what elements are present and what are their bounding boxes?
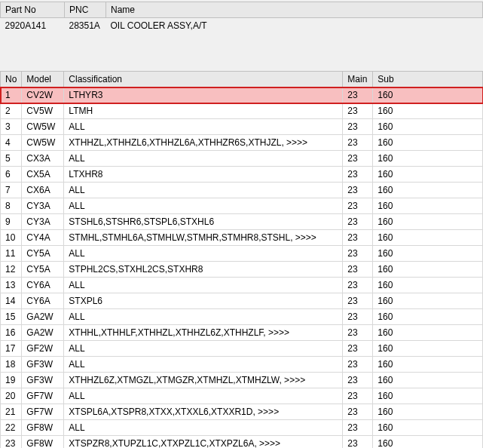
- cell-classification: ALL: [64, 119, 343, 135]
- cell-main: 23: [343, 420, 373, 436]
- table-row[interactable]: 1CV2WLTHYR323160: [1, 87, 483, 103]
- table-row[interactable]: 16GA2WXTHHL,XTHHLF,XTHHZL,XTHHZL6Z,XTHHZ…: [1, 325, 483, 341]
- col-classification[interactable]: Classification: [64, 72, 343, 87]
- cell-model: CW5W: [22, 135, 64, 151]
- cell-sub: 160: [373, 357, 483, 373]
- cell-no: 17: [1, 341, 22, 357]
- table-row[interactable]: 6CX5ALTXHR823160: [1, 167, 483, 183]
- cell-main: 23: [343, 388, 373, 404]
- cell-sub: 160: [373, 293, 483, 309]
- header-name[interactable]: Name: [106, 2, 483, 18]
- cell-sub: 160: [373, 262, 483, 278]
- cell-no: 5: [1, 151, 22, 167]
- cell-model: GF7W: [22, 404, 64, 420]
- cell-no: 11: [1, 246, 22, 262]
- col-sub[interactable]: Sub: [373, 72, 483, 87]
- table-row[interactable]: 17GF2WALL23160: [1, 341, 483, 357]
- cell-classification: ALL: [64, 183, 343, 198]
- cell-no: 8: [1, 198, 22, 214]
- table-row[interactable]: 9CY3ASTSHL6,STSHR6,STSPL6,STXHL623160: [1, 214, 483, 230]
- cell-no: 9: [1, 214, 22, 230]
- cell-sub: 160: [373, 103, 483, 119]
- cell-sub: 160: [373, 151, 483, 167]
- spacer: [0, 39, 483, 71]
- cell-main: 23: [343, 357, 373, 373]
- table-row[interactable]: 20GF7WALL23160: [1, 388, 483, 404]
- table-row[interactable]: 11CY5AALL23160: [1, 246, 483, 262]
- table-row[interactable]: 23GF8WXTSPZR8,XTUPZL1C,XTXPZL1C,XTXPZL6A…: [1, 436, 483, 449]
- cell-sub: 160: [373, 341, 483, 357]
- table-row[interactable]: 3CW5WALL23160: [1, 119, 483, 135]
- part-info-table: Part No PNC Name 2920A141 28351A OIL COO…: [0, 2, 483, 33]
- cell-no: 16: [1, 325, 22, 341]
- cell-sub: 160: [373, 436, 483, 449]
- cell-classification: ALL: [64, 151, 343, 167]
- col-main[interactable]: Main: [343, 72, 373, 87]
- value-pnc: 28351A: [65, 18, 106, 34]
- cell-main: 23: [343, 373, 373, 388]
- cell-classification: STPHL2CS,STXHL2CS,STXHR8: [64, 262, 343, 278]
- cell-sub: 160: [373, 214, 483, 230]
- col-no[interactable]: No: [1, 72, 22, 87]
- cell-no: 22: [1, 420, 22, 436]
- table-row[interactable]: 15GA2WALL23160: [1, 309, 483, 325]
- cell-model: GA2W: [22, 325, 64, 341]
- cell-classification: XTHHZL6Z,XTMGZL,XTMGZR,XTMHZL,XTMHZLW, >…: [64, 373, 343, 388]
- cell-classification: ALL: [64, 357, 343, 373]
- table-row[interactable]: 18GF3WALL23160: [1, 357, 483, 373]
- cell-main: 23: [343, 293, 373, 309]
- table-row[interactable]: 14CY6ASTXPL623160: [1, 293, 483, 309]
- cell-model: CY3A: [22, 214, 64, 230]
- cell-sub: 160: [373, 246, 483, 262]
- cell-no: 6: [1, 167, 22, 183]
- cell-main: 23: [343, 87, 373, 103]
- cell-classification: ALL: [64, 388, 343, 404]
- cell-model: GF8W: [22, 436, 64, 449]
- cell-classification: STMHL,STMHL6A,STMHLW,STMHR,STMHR8,STSHL,…: [64, 230, 343, 246]
- cell-no: 20: [1, 388, 22, 404]
- cell-sub: 160: [373, 119, 483, 135]
- cell-model: GF3W: [22, 373, 64, 388]
- cell-sub: 160: [373, 278, 483, 293]
- cell-model: CX5A: [22, 167, 64, 183]
- table-row[interactable]: 8CY3AALL23160: [1, 198, 483, 214]
- cell-main: 23: [343, 183, 373, 198]
- table-row[interactable]: 7CX6AALL23160: [1, 183, 483, 198]
- cell-model: CY5A: [22, 262, 64, 278]
- cell-main: 23: [343, 325, 373, 341]
- table-row[interactable]: 12CY5ASTPHL2CS,STXHL2CS,STXHR823160: [1, 262, 483, 278]
- part-info-row[interactable]: 2920A141 28351A OIL COOLER ASSY,A/T: [1, 18, 483, 34]
- col-model[interactable]: Model: [22, 72, 64, 87]
- cell-sub: 160: [373, 167, 483, 183]
- table-row[interactable]: 13CY6AALL23160: [1, 278, 483, 293]
- cell-model: CY4A: [22, 230, 64, 246]
- table-row[interactable]: 10CY4ASTMHL,STMHL6A,STMHLW,STMHR,STMHR8,…: [1, 230, 483, 246]
- cell-model: GA2W: [22, 309, 64, 325]
- cell-sub: 160: [373, 404, 483, 420]
- cell-model: CY6A: [22, 293, 64, 309]
- cell-no: 3: [1, 119, 22, 135]
- part-info-header: Part No PNC Name 2920A141 28351A OIL COO…: [0, 0, 483, 39]
- cell-main: 23: [343, 436, 373, 449]
- cell-main: 23: [343, 151, 373, 167]
- cell-main: 23: [343, 214, 373, 230]
- cell-classification: ALL: [64, 198, 343, 214]
- table-row[interactable]: 5CX3AALL23160: [1, 151, 483, 167]
- table-row[interactable]: 22GF8WALL23160: [1, 420, 483, 436]
- table-row[interactable]: 21GF7WXTSPL6A,XTSPR8,XTXX,XTXXL6,XTXXR1D…: [1, 404, 483, 420]
- table-row[interactable]: 4CW5WXTHHZL,XTHHZL6,XTHHZL6A,XTHHZR6S,XT…: [1, 135, 483, 151]
- cell-no: 18: [1, 357, 22, 373]
- cell-model: GF7W: [22, 388, 64, 404]
- header-pnc[interactable]: PNC: [65, 2, 106, 18]
- cell-main: 23: [343, 262, 373, 278]
- cell-no: 21: [1, 404, 22, 420]
- cell-model: CV2W: [22, 87, 64, 103]
- cell-classification: XTHHL,XTHHLF,XTHHZL,XTHHZL6Z,XTHHZLF, >>…: [64, 325, 343, 341]
- cell-sub: 160: [373, 87, 483, 103]
- cell-no: 12: [1, 262, 22, 278]
- cell-classification: XTSPL6A,XTSPR8,XTXX,XTXXL6,XTXXR1D, >>>>: [64, 404, 343, 420]
- header-partno[interactable]: Part No: [1, 2, 65, 18]
- table-row[interactable]: 2CV5WLTMH23160: [1, 103, 483, 119]
- cell-classification: STXPL6: [64, 293, 343, 309]
- table-row[interactable]: 19GF3WXTHHZL6Z,XTMGZL,XTMGZR,XTMHZL,XTMH…: [1, 373, 483, 388]
